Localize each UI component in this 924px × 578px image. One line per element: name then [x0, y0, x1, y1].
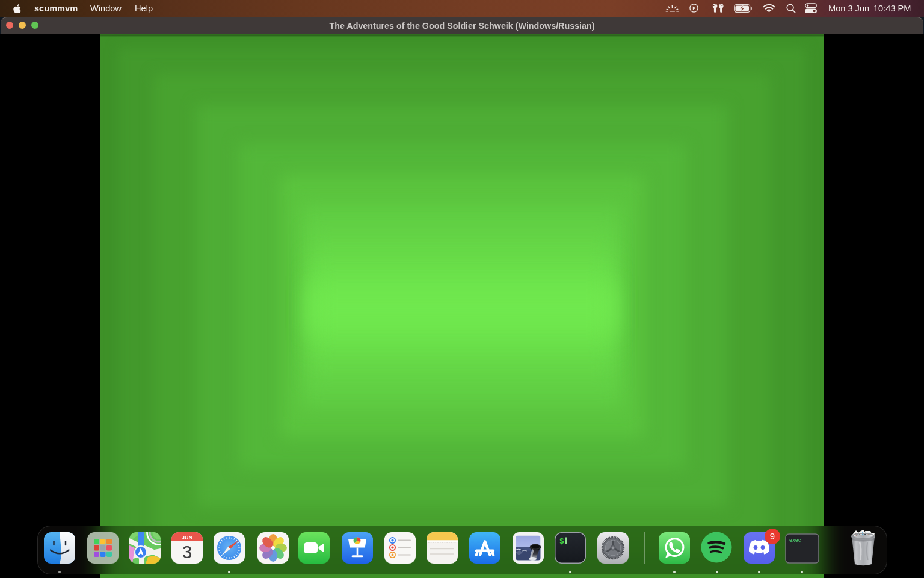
svg-text:3: 3 — [182, 542, 192, 562]
svg-text:exec: exec — [789, 538, 801, 543]
svg-text:$: $ — [559, 537, 564, 546]
svg-text:JUN: JUN — [182, 535, 192, 541]
